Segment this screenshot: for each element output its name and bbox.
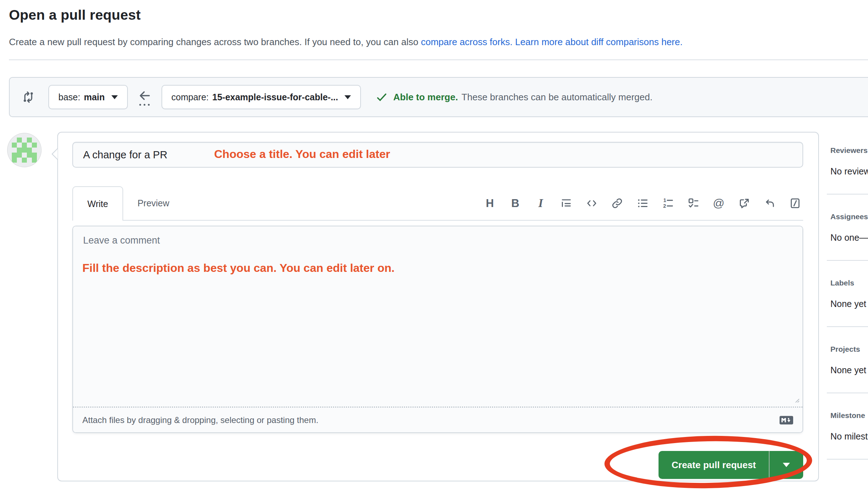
create-pull-request-button[interactable]: Create pull request — [659, 451, 769, 479]
sidebar-section-reviewers[interactable]: Reviewers No reviews — [830, 146, 868, 177]
base-branch-name: main — [84, 92, 105, 102]
slash-commands-icon[interactable] — [789, 197, 801, 209]
quote-icon[interactable] — [560, 197, 572, 209]
cross-reference-icon[interactable] — [738, 197, 750, 209]
compare-branch-name: 15-example-issue-for-cable-... — [212, 92, 338, 102]
editor-tabs-row: Write Preview HBI12@ — [72, 186, 803, 221]
compare-direction-indicator — [138, 89, 151, 106]
pull-request-form: Choose a title. You can edit later Write… — [57, 132, 819, 481]
comment-textarea[interactable] — [73, 226, 802, 407]
branch-selection-bar: base: main compare: 15-example-issue-for… — [9, 77, 868, 117]
arrow-left-icon — [138, 89, 151, 102]
caret-down-icon — [783, 463, 790, 467]
sidebar-section-labels[interactable]: Labels None yet — [830, 279, 868, 309]
svg-text:1: 1 — [663, 197, 666, 203]
create-pr-dropdown-button[interactable] — [770, 451, 803, 479]
page-title: Open a pull request — [9, 7, 141, 23]
tab-write[interactable]: Write — [72, 186, 123, 221]
dropdown-caret-icon — [111, 95, 118, 99]
list-unordered-icon[interactable] — [636, 197, 648, 209]
merge-status: Able to merge. These branches can be aut… — [375, 91, 652, 104]
sidebar-divider — [827, 459, 868, 460]
compare-across-forks-link[interactable]: compare across forks. — [421, 37, 512, 47]
tasklist-icon[interactable] — [687, 197, 699, 209]
attach-hint-text: Attach files by dragging & dropping, sel… — [82, 415, 318, 425]
italic-icon[interactable]: I — [535, 197, 547, 209]
mention-icon[interactable]: @ — [713, 197, 725, 209]
tab-preview[interactable]: Preview — [123, 186, 184, 220]
ellipsis-dots-icon — [139, 104, 150, 106]
dropdown-caret-icon — [344, 95, 351, 99]
check-icon — [375, 91, 388, 104]
create-pr-split-button: Create pull request — [659, 451, 803, 479]
header-divider — [9, 59, 868, 60]
sidebar-divider — [827, 326, 868, 327]
pr-title-input[interactable] — [72, 142, 803, 168]
title-input-wrap: Choose a title. You can edit later — [72, 142, 803, 168]
subtitle-text: Create a new pull request by comparing c… — [9, 37, 421, 47]
identicon-image — [12, 138, 37, 163]
link-icon[interactable] — [611, 197, 623, 209]
list-ordered-icon[interactable]: 12 — [662, 197, 674, 209]
code-icon[interactable] — [585, 197, 598, 209]
sidebar-section-projects[interactable]: Projects None yet — [830, 345, 868, 375]
pr-sidebar: Reviewers No reviews Assignees No one—as… — [830, 146, 868, 477]
user-avatar — [7, 133, 42, 167]
form-actions: Create pull request — [72, 451, 803, 479]
comment-area: Fill the description as best you can. Yo… — [73, 226, 802, 407]
git-compare-icon — [21, 90, 35, 104]
svg-text:2: 2 — [663, 203, 666, 209]
compare-branch-selector[interactable]: compare: 15-example-issue-for-cable-... — [161, 85, 361, 109]
bold-icon[interactable]: B — [509, 197, 521, 209]
reply-icon[interactable] — [763, 197, 776, 209]
base-label: base: — [58, 92, 80, 102]
merge-status-bold: Able to merge. — [393, 92, 458, 103]
open-pull-request-page: Open a pull request Create a new pull re… — [0, 0, 868, 490]
base-branch-selector[interactable]: base: main — [48, 85, 128, 109]
markdown-toolbar: HBI12@ — [484, 186, 803, 220]
comment-box: Fill the description as best you can. Yo… — [72, 226, 803, 433]
learn-more-diff-link[interactable]: Learn more about diff comparisons here. — [515, 37, 683, 47]
page-subtitle: Create a new pull request by comparing c… — [9, 37, 683, 48]
attach-files-footer[interactable]: Attach files by dragging & dropping, sel… — [73, 407, 802, 432]
sidebar-divider — [827, 260, 868, 261]
sidebar-section-milestone[interactable]: Milestone No milestone — [830, 411, 868, 442]
sidebar-divider — [827, 194, 868, 194]
markdown-supported-icon[interactable] — [780, 416, 793, 424]
sidebar-section-assignees[interactable]: Assignees No one—assign yourself — [830, 212, 868, 243]
compare-label: compare: — [172, 92, 209, 102]
merge-status-detail: These branches can be automatically merg… — [462, 92, 652, 103]
heading-icon[interactable]: H — [484, 197, 496, 209]
sidebar-divider — [827, 393, 868, 393]
